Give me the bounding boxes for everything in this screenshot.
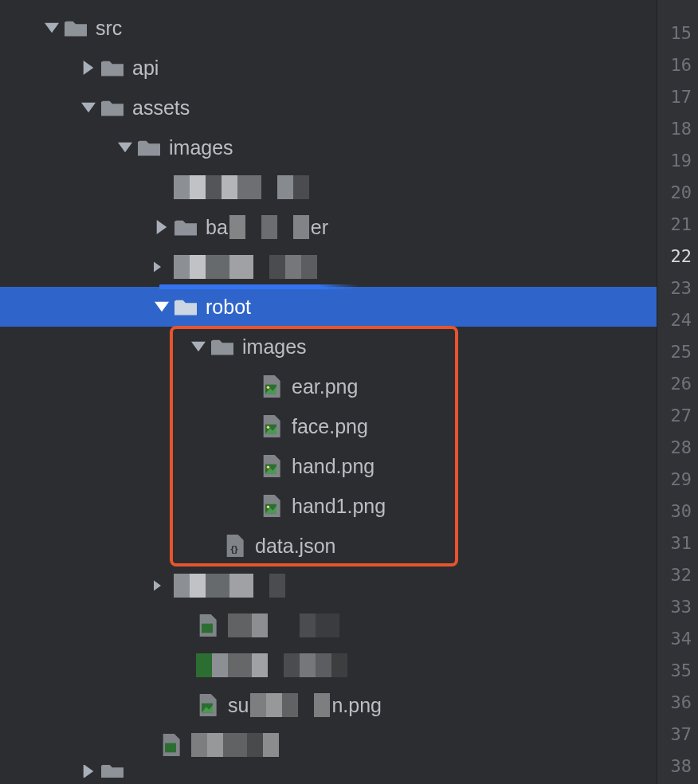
tree-row-robot[interactable]: robot	[0, 287, 657, 327]
tree-row-partial-bottom[interactable]	[0, 765, 657, 778]
folder-icon	[100, 57, 124, 78]
tree-label-prefix: su	[228, 694, 249, 717]
image-file-icon	[159, 734, 182, 756]
tree-row-data-json[interactable]: {} data.json	[0, 526, 657, 566]
tree-label-prefix: ba	[206, 216, 228, 239]
line-number[interactable]: 25	[657, 336, 698, 368]
line-number[interactable]: 23	[657, 272, 698, 304]
chevron-right-icon[interactable]	[76, 61, 100, 75]
tree-row-obscured[interactable]	[0, 725, 657, 765]
line-number[interactable]: 30	[657, 496, 698, 527]
line-number[interactable]: 19	[657, 145, 698, 177]
tree-row-obscured[interactable]	[0, 247, 657, 287]
tree-label-hand1: hand1.png	[292, 495, 386, 518]
image-file-icon	[196, 614, 218, 637]
svg-point-1	[267, 386, 270, 389]
tree-row-api[interactable]: api	[0, 48, 657, 88]
line-number[interactable]: 26	[657, 368, 698, 400]
tree-row-face[interactable]: face.png	[0, 406, 657, 446]
chevron-down-icon[interactable]	[40, 22, 64, 33]
tree-row-obscured[interactable]	[0, 645, 657, 685]
tree-row-obscured-su-png[interactable]: su n.png	[0, 685, 657, 725]
image-file-icon	[260, 375, 282, 398]
editor-gutter: 1516171819202122232425262728293031323334…	[657, 0, 698, 784]
tree-label-robot: robot	[206, 296, 251, 319]
folder-icon	[64, 18, 88, 38]
tree-row-ear[interactable]: ear.png	[0, 367, 657, 406]
folder-icon	[174, 296, 198, 317]
tree-label-hand: hand.png	[292, 455, 374, 478]
chevron-right-icon[interactable]	[150, 220, 174, 234]
line-number[interactable]: 28	[657, 432, 698, 464]
svg-point-3	[267, 425, 270, 429]
tree-label-suffix: n.png	[331, 694, 382, 717]
tree-label-images: images	[169, 136, 233, 159]
folder-icon	[174, 217, 198, 237]
line-number[interactable]: 35	[657, 655, 698, 687]
line-number[interactable]: 17	[657, 81, 698, 113]
line-number[interactable]: 31	[657, 527, 698, 559]
folder-icon	[137, 137, 161, 158]
line-number[interactable]: 18	[657, 113, 698, 145]
tree-label-data-json: data.json	[255, 535, 335, 558]
line-number[interactable]: 37	[657, 719, 698, 751]
folder-icon	[100, 97, 124, 118]
line-number[interactable]: 21	[657, 209, 698, 241]
json-file-icon: {}	[223, 535, 245, 557]
tree-row-obscured[interactable]	[0, 167, 657, 207]
tree-row-images[interactable]: images	[0, 127, 657, 167]
tree-row-obscured-banner[interactable]: ba er	[0, 207, 657, 247]
folder-icon	[100, 765, 124, 778]
tree-row-robot-images[interactable]: images	[0, 327, 657, 367]
tree-label-assets: assets	[132, 96, 190, 120]
line-number[interactable]: 32	[657, 559, 698, 591]
svg-point-5	[267, 465, 270, 468]
chevron-down-icon[interactable]	[150, 301, 174, 312]
tree-label-api: api	[132, 57, 159, 80]
image-file-icon	[260, 455, 282, 477]
tree-label-suffix: er	[311, 216, 328, 239]
svg-point-7	[267, 505, 270, 508]
tree-row-obscured[interactable]	[0, 606, 657, 645]
chevron-right-icon[interactable]	[76, 765, 100, 778]
folder-icon	[210, 336, 234, 357]
tree-row-hand[interactable]: hand.png	[0, 446, 657, 486]
image-file-icon	[196, 694, 218, 716]
line-number[interactable]: 15	[657, 18, 698, 49]
chevron-down-icon[interactable]	[113, 142, 137, 153]
file-tree-panel: src api assets images	[0, 0, 657, 784]
tree-row-obscured[interactable]	[0, 566, 657, 606]
tree-row-src[interactable]: src	[0, 8, 657, 48]
line-number[interactable]: 33	[657, 591, 698, 623]
chevron-down-icon[interactable]	[76, 102, 100, 113]
tree-row-hand1[interactable]: hand1.png	[0, 486, 657, 526]
svg-text:{}: {}	[230, 543, 238, 554]
tree-label-face: face.png	[292, 415, 368, 438]
line-number[interactable]: 36	[657, 687, 698, 719]
tree-row-partial-top[interactable]	[0, 0, 657, 8]
tree-label-ear: ear.png	[292, 375, 358, 398]
svg-rect-11	[165, 743, 176, 753]
line-number[interactable]: 27	[657, 400, 698, 432]
image-file-icon	[260, 495, 282, 517]
chevron-down-icon[interactable]	[186, 341, 210, 352]
image-file-icon	[260, 415, 282, 437]
line-number[interactable]: 24	[657, 304, 698, 336]
tree-label-robot-images: images	[242, 335, 307, 359]
tree-label-src: src	[96, 17, 122, 40]
svg-rect-9	[202, 624, 213, 633]
tree-row-assets[interactable]: assets	[0, 88, 657, 127]
line-number[interactable]: 16	[657, 49, 698, 81]
line-number[interactable]: 34	[657, 623, 698, 655]
line-number[interactable]: 38	[657, 751, 698, 782]
line-number[interactable]: 22	[657, 241, 698, 272]
line-number[interactable]: 20	[657, 177, 698, 209]
line-number[interactable]: 29	[657, 464, 698, 496]
